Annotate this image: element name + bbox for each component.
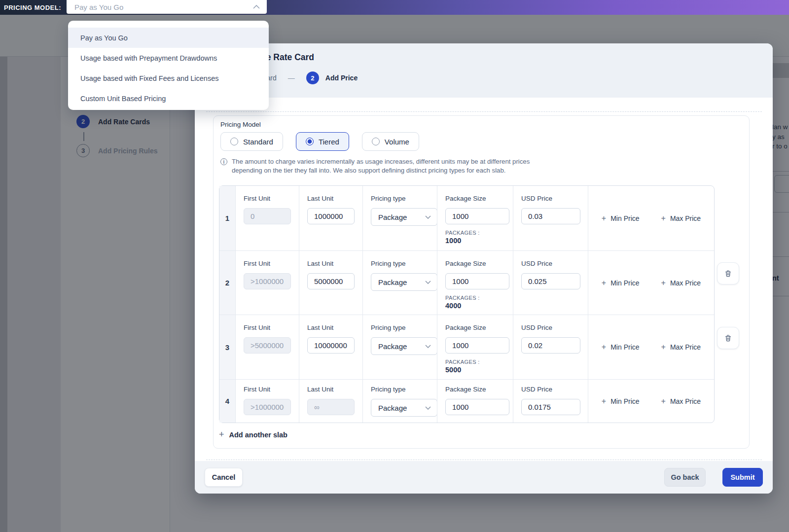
app-root: 2 Add Rate Cards 3 Add Pricing Rules lan… [0,0,789,532]
max-price-label: Max Price [670,214,701,222]
dropdown-option-prepayment-drawdowns[interactable]: Usage based with Prepayment Drawdowns [68,48,269,68]
chevron-down-icon [425,215,431,219]
slab-1-pricing-type-select[interactable]: Package [371,208,437,226]
slab-3-pricing-type-select[interactable]: Package [371,337,437,355]
radio-volume-label: Volume [385,138,409,146]
submit-button[interactable]: Submit [722,468,763,487]
slab-3-usd-price-input[interactable] [521,337,580,354]
max-price-label: Max Price [670,279,701,287]
slab-3-add-min-price-button[interactable]: + Min Price [602,343,640,352]
info-line-1: The amount to charge varies incrementall… [232,157,530,166]
plus-icon: + [602,279,606,287]
add-another-slab-label: Add another slab [229,431,287,439]
package-size-label: Package Size [445,195,513,202]
radio-standard[interactable]: Standard [220,132,283,151]
slab-1-index: 1 [219,186,235,250]
first-unit-label: First Unit [244,324,299,331]
usd-price-label: USD Price [521,386,588,393]
package-size-label: Package Size [445,260,513,267]
dropdown-option-pay-as-you-go[interactable]: Pay as You Go [68,28,269,48]
package-size-label: Package Size [445,386,513,393]
pricing-model-select[interactable]: Pay as You Go [67,0,267,14]
slab-1-package-size-input[interactable] [445,208,509,224]
slab-1-pricing-type-value: Package [378,213,407,221]
slab-2-packages-note: PACKAGES : 4000 [445,295,513,310]
slab-2-delete-button[interactable] [717,262,739,284]
slab-3-packages-note: PACKAGES : 5000 [445,359,513,374]
slab-4-package-size-input[interactable] [445,399,509,415]
slab-4-pricing-type-value: Package [378,404,407,412]
usd-price-label: USD Price [521,195,588,202]
dropdown-option-custom-unit-based[interactable]: Custom Unit Based Pricing [68,88,269,108]
chevron-down-icon [425,281,431,284]
create-rate-card-modal: Create Rate Card 1 Rate Card — 2 Add Pri… [195,43,773,494]
cancel-button[interactable]: Cancel [205,468,243,487]
slab-4-add-max-price-button[interactable]: + Max Price [661,397,701,406]
packages-label: PACKAGES : [445,230,513,236]
slab-1-usd-price-input[interactable] [521,208,580,224]
top-dashed-divider [206,111,762,112]
trash-icon [724,334,732,342]
slab-2-pricing-type-select[interactable]: Package [371,273,437,291]
info-line-2: depending on the tier they fall into. We… [232,166,530,175]
package-size-label: Package Size [445,324,513,331]
slab-2-package-size-input[interactable] [445,273,509,289]
slab-2-last-unit-input[interactable] [307,273,355,289]
pricing-model-label: Pricing Model [220,121,261,128]
max-price-label: Max Price [670,397,701,405]
radio-standard-label: Standard [243,138,273,146]
slab-3-first-unit-input[interactable] [244,337,291,354]
slab-row-4: 4 First Unit Last Unit Pricing type Pack… [219,379,714,423]
slab-3-packages-value: 5000 [445,366,513,374]
pricing-form-container: Pricing Model Standard Tiered Volume i [213,115,750,449]
slab-2-usd-price-input[interactable] [521,273,580,289]
pricing-model-topbar-label: PRICING MODEL: [4,4,61,11]
min-price-label: Min Price [610,343,639,351]
add-another-slab-button[interactable]: + Add another slab [219,429,287,440]
modal-header: Create Rate Card 1 Rate Card — 2 Add Pri… [195,43,773,98]
chevron-up-icon [253,5,260,9]
go-back-button[interactable]: Go back [664,468,706,487]
slab-2-add-max-price-button[interactable]: + Max Price [661,279,701,287]
slab-4-usd-price-input[interactable] [521,399,580,415]
slab-3-pricing-type-value: Package [378,342,407,351]
dropdown-option-fixed-fees-licenses[interactable]: Usage based with Fixed Fees and Licenses [68,68,269,88]
plus-icon: + [602,397,606,406]
packages-label: PACKAGES : [445,295,513,301]
slab-2-add-min-price-button[interactable]: + Min Price [602,279,640,287]
slab-1-add-max-price-button[interactable]: + Max Price [661,214,701,223]
tiered-info-note: i The amount to charge varies incrementa… [220,157,530,175]
modal-footer: Cancel Go back Submit [195,461,773,494]
slab-4-pricing-type-select[interactable]: Package [371,399,437,417]
slab-4-last-unit-input[interactable] [307,399,355,415]
slab-2-packages-value: 4000 [445,302,513,310]
packages-label: PACKAGES : [445,359,513,365]
slab-1-add-min-price-button[interactable]: + Min Price [602,214,640,223]
min-price-label: Min Price [610,279,639,287]
chevron-down-icon [425,406,431,410]
slab-1-last-unit-input[interactable] [307,208,355,224]
slab-3-package-size-input[interactable] [445,337,509,354]
radio-tiered-label: Tiered [319,138,339,146]
stepper-separator: — [288,74,295,82]
pricing-model-dropdown-menu: Pay as You Go Usage based with Prepaymen… [68,21,269,110]
slab-2-index: 2 [219,251,235,315]
plus-icon: + [661,214,666,223]
radio-volume[interactable]: Volume [362,132,419,151]
slab-3-last-unit-input[interactable] [307,337,355,354]
info-icon: i [220,158,227,165]
slab-4-first-unit-input[interactable] [244,399,291,415]
pricing-type-label: Pricing type [371,195,437,202]
last-unit-label: Last Unit [307,195,362,202]
slab-1-packages-note: PACKAGES : 1000 [445,230,513,245]
plus-icon: + [661,279,666,287]
pricing-type-label: Pricing type [371,386,437,393]
slab-row-2: 2 First Unit Last Unit Pricing type Pack… [219,250,714,315]
radio-tiered[interactable]: Tiered [296,132,349,151]
min-price-label: Min Price [610,397,639,405]
slab-3-delete-button[interactable] [717,327,739,349]
slab-4-add-min-price-button[interactable]: + Min Price [602,397,640,406]
slab-1-first-unit-input[interactable] [244,208,291,224]
slab-3-add-max-price-button[interactable]: + Max Price [661,343,701,352]
slab-2-first-unit-input[interactable] [244,273,291,289]
